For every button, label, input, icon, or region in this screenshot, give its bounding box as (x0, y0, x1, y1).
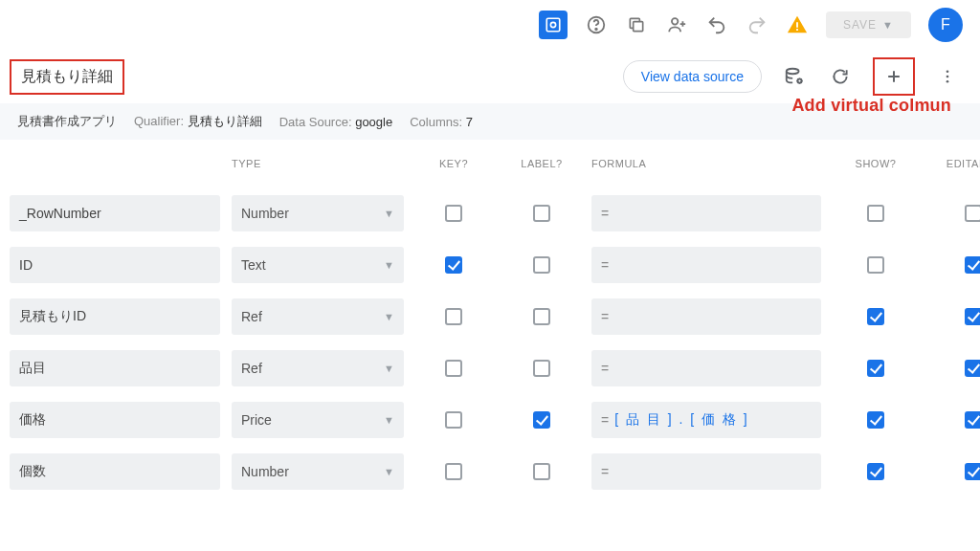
table-row: ID Text▼ = (0, 239, 980, 291)
editable-checkbox[interactable] (965, 308, 980, 325)
chevron-down-icon: ▼ (384, 414, 394, 426)
columns-table: TYPE KEY? LABEL? FORMULA SHOW? EDITABLE … (0, 140, 980, 497)
formula-cell[interactable]: = (591, 453, 821, 490)
table-row: 個数 Number▼ = (0, 446, 980, 497)
svg-point-11 (947, 76, 949, 78)
hdr-label: LABEL? (503, 158, 580, 169)
key-checkbox[interactable] (445, 308, 462, 325)
type-select[interactable]: Ref▼ (232, 298, 404, 335)
formula-cell[interactable]: = (591, 247, 821, 283)
hdr-key: KEY? (415, 158, 492, 169)
redo-icon[interactable] (746, 13, 768, 36)
table-row: _RowNumber Number▼ = (0, 187, 980, 239)
avatar[interactable]: F (928, 8, 963, 42)
show-checkbox[interactable] (867, 205, 884, 222)
editable-checkbox[interactable] (965, 411, 980, 429)
save-label: SAVE (843, 18, 877, 32)
show-checkbox[interactable] (867, 256, 884, 274)
table-name[interactable]: 見積もり詳細 (10, 59, 124, 95)
table-row: 品目 Ref▼ = (0, 342, 980, 394)
type-select[interactable]: Price▼ (232, 402, 404, 438)
show-checkbox[interactable] (867, 463, 884, 480)
key-checkbox[interactable] (445, 360, 462, 377)
table-row: 見積もりID Ref▼ = (0, 291, 980, 342)
data-settings-icon[interactable] (781, 63, 808, 90)
copy-icon[interactable] (625, 13, 648, 36)
add-user-icon[interactable] (665, 13, 688, 36)
show-checkbox[interactable] (867, 411, 884, 429)
editable-checkbox[interactable] (965, 256, 980, 274)
chevron-down-icon: ▼ (384, 311, 394, 322)
chevron-down-icon: ▼ (384, 466, 394, 477)
svg-point-10 (947, 70, 949, 73)
column-name-cell[interactable]: ID (10, 247, 220, 283)
column-name-cell[interactable]: 個数 (10, 453, 220, 490)
preview-icon[interactable] (539, 11, 568, 39)
formula-cell[interactable]: = (591, 298, 821, 335)
type-select[interactable]: Number▼ (232, 453, 404, 490)
plus-icon (880, 63, 907, 90)
view-data-source-button[interactable]: View data source (623, 60, 762, 93)
key-checkbox[interactable] (445, 411, 462, 429)
editable-checkbox[interactable] (965, 205, 980, 222)
svg-rect-6 (796, 22, 798, 28)
warning-icon[interactable] (786, 13, 809, 36)
label-checkbox[interactable] (533, 411, 550, 429)
svg-rect-7 (796, 29, 798, 31)
app-name: 見積書作成アプリ (17, 113, 117, 130)
hdr-show: SHOW? (833, 158, 919, 169)
label-checkbox[interactable] (533, 308, 550, 325)
formula-cell[interactable]: = (591, 350, 821, 386)
chevron-down-icon: ▼ (384, 363, 394, 374)
chevron-down-icon: ▼ (384, 259, 394, 271)
chevron-down-icon: ▼ (384, 208, 394, 219)
formula-cell[interactable]: = [ 品 目 ] . [ 価 格 ] (591, 402, 821, 438)
label-checkbox[interactable] (533, 360, 550, 377)
table-header-bar: 見積もり詳細 View data source Add virtual colm… (0, 50, 980, 103)
svg-rect-0 (546, 18, 560, 32)
column-name-cell[interactable]: _RowNumber (10, 195, 220, 231)
key-checkbox[interactable] (445, 256, 462, 274)
add-column-button[interactable] (873, 57, 915, 96)
save-button: SAVE ▼ (826, 11, 911, 38)
column-name-cell[interactable]: 見積もりID (10, 298, 220, 335)
formula-cell[interactable]: = (591, 195, 821, 231)
svg-point-5 (672, 18, 678, 24)
svg-point-1 (550, 22, 555, 27)
editable-checkbox[interactable] (965, 463, 980, 480)
hdr-type: TYPE (232, 158, 404, 169)
svg-point-8 (787, 69, 799, 75)
key-checkbox[interactable] (445, 463, 462, 480)
svg-point-3 (595, 29, 597, 31)
table-header-row: TYPE KEY? LABEL? FORMULA SHOW? EDITABLE (0, 140, 980, 187)
refresh-icon[interactable] (827, 63, 854, 90)
annotation-text: Add virtual colmun (791, 96, 951, 116)
hdr-formula: FORMULA (591, 158, 821, 169)
label-checkbox[interactable] (533, 256, 550, 274)
label-checkbox[interactable] (533, 463, 550, 480)
svg-rect-4 (634, 22, 643, 32)
type-select[interactable]: Number▼ (232, 195, 404, 231)
type-select[interactable]: Ref▼ (232, 350, 404, 386)
show-checkbox[interactable] (867, 308, 884, 325)
top-toolbar: SAVE ▼ F (0, 0, 980, 50)
hdr-editable: EDITABLE (930, 158, 980, 169)
svg-point-12 (947, 80, 949, 83)
undo-icon[interactable] (705, 13, 728, 36)
help-icon[interactable] (585, 13, 608, 36)
more-menu-icon[interactable] (934, 63, 961, 90)
table-row: 価格 Price▼ = [ 品 目 ] . [ 価 格 ] (0, 394, 980, 446)
editable-checkbox[interactable] (965, 360, 980, 377)
show-checkbox[interactable] (867, 360, 884, 377)
column-name-cell[interactable]: 価格 (10, 402, 220, 438)
type-select[interactable]: Text▼ (232, 247, 404, 283)
column-name-cell[interactable]: 品目 (10, 350, 220, 386)
chevron-down-icon: ▼ (882, 19, 894, 31)
label-checkbox[interactable] (533, 205, 550, 222)
key-checkbox[interactable] (445, 205, 462, 222)
